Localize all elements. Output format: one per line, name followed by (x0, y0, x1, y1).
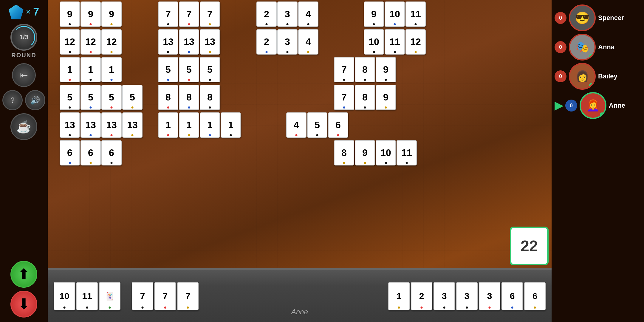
tile[interactable]: 9 (376, 57, 396, 82)
tile[interactable]: 9 (376, 85, 396, 110)
hand-tile[interactable]: 7 (132, 282, 153, 310)
tile[interactable]: 7 (200, 1, 220, 27)
score-tile[interactable]: 6 (524, 282, 546, 310)
sound-button[interactable]: 🔊 (25, 90, 45, 110)
tile[interactable]: 7 (334, 57, 354, 82)
tile[interactable]: 8 (334, 140, 354, 165)
tile[interactable]: 4 (298, 29, 318, 55)
tile[interactable]: 2 (256, 1, 277, 27)
tile[interactable]: 1 (60, 57, 80, 82)
tile[interactable]: 7 (158, 1, 178, 27)
tile[interactable]: 9 (60, 1, 80, 27)
gem-count: 7 (33, 6, 39, 18)
tile[interactable]: 5 (101, 85, 122, 110)
round-indicator: 1/3 ROUND (10, 24, 37, 59)
tile-set: 7 8 9 (334, 57, 396, 82)
hand-tile[interactable]: 7 (177, 282, 199, 310)
tile[interactable]: 5 (179, 57, 199, 82)
tile-set: 4 5 6 (286, 112, 348, 138)
score-tile[interactable]: 3 (456, 282, 478, 310)
tile[interactable]: 1 (80, 57, 101, 82)
tile[interactable]: 11 (397, 140, 417, 165)
tile[interactable]: 12 (405, 29, 426, 55)
tile[interactable]: 9 (355, 140, 375, 165)
tile[interactable]: 5 (200, 57, 220, 82)
tile[interactable]: 13 (122, 112, 143, 138)
tile-set: 13 13 13 13 (60, 112, 143, 138)
hand-tile-joker[interactable]: 🃏 (99, 282, 120, 310)
tile-set: 1 1 1 (60, 57, 122, 82)
player-entry-bailey: 0 👩 Bailey (552, 63, 644, 90)
tile[interactable]: 1 (158, 112, 178, 138)
tile[interactable]: 8 (355, 57, 375, 82)
tile[interactable]: 5 (307, 112, 327, 138)
score-tile[interactable]: 6 (501, 282, 523, 310)
tile[interactable]: 12 (60, 29, 80, 55)
tile[interactable]: 8 (158, 85, 178, 110)
tile[interactable]: 1 (101, 57, 122, 82)
score-tile[interactable]: 1 (388, 282, 410, 310)
tile[interactable]: 9 (101, 1, 122, 27)
up-button[interactable]: ⬆ (10, 261, 37, 288)
hand-tile[interactable]: 10 (54, 282, 75, 310)
tile[interactable]: 8 (179, 85, 199, 110)
tile[interactable]: 7 (334, 85, 354, 110)
hand-tile[interactable]: 7 (154, 282, 176, 310)
tile[interactable]: 5 (158, 57, 178, 82)
score-tile[interactable]: 2 (411, 282, 432, 310)
tile[interactable]: 10 (376, 140, 396, 165)
player-name-anne: Anne (609, 102, 625, 109)
ctrl-row: ? 🔊 (2, 90, 45, 110)
tile[interactable]: 5 (122, 85, 143, 110)
tile[interactable]: 10 (364, 29, 384, 55)
tile-set: 2 3 4 (256, 29, 318, 55)
tile-set: 10 11 12 (364, 29, 426, 55)
tile[interactable]: 7 (179, 1, 199, 27)
tile[interactable]: 5 (80, 85, 101, 110)
score-tile[interactable]: 3 (434, 282, 455, 310)
tile[interactable]: 1 (200, 112, 220, 138)
help-button[interactable]: ? (2, 90, 23, 110)
coffee-button[interactable]: ☕ (10, 113, 37, 140)
tile-set: 7 7 7 (158, 1, 220, 27)
tile[interactable]: 1 (221, 112, 241, 138)
exit-button[interactable]: ⇤ (12, 63, 36, 87)
tile[interactable]: 6 (101, 140, 122, 165)
tile[interactable]: 8 (200, 85, 220, 110)
tile[interactable]: 3 (277, 1, 298, 27)
score-tile[interactable]: 3 (479, 282, 500, 310)
tile[interactable]: 11 (405, 1, 426, 27)
tile[interactable]: 6 (80, 140, 101, 165)
tile-set: 12 12 12 (60, 29, 122, 55)
tile[interactable]: 3 (277, 29, 298, 55)
tile[interactable]: 13 (179, 29, 199, 55)
tile-set: 2 3 4 (256, 1, 318, 27)
current-player-arrow: ▶ (555, 99, 563, 112)
tile[interactable]: 8 (355, 85, 375, 110)
player-score-anne: 0 (565, 100, 577, 112)
player-entry-anne: ▶ 0 👩‍🦰 Anne (552, 92, 644, 119)
tile[interactable]: 5 (60, 85, 80, 110)
tile[interactable]: 4 (298, 1, 318, 27)
tile[interactable]: 13 (80, 112, 101, 138)
tile[interactable]: 1 (179, 112, 199, 138)
down-button[interactable]: ⬇ (10, 291, 37, 318)
tile[interactable]: 13 (60, 112, 80, 138)
tile[interactable]: 11 (385, 29, 405, 55)
tile[interactable]: 4 (286, 112, 306, 138)
tile[interactable]: 6 (328, 112, 348, 138)
tile[interactable]: 12 (80, 29, 101, 55)
player-avatar-bailey: 👩 (569, 63, 596, 90)
tile[interactable]: 13 (101, 112, 122, 138)
tile[interactable]: 10 (385, 1, 405, 27)
player-score-spencer: 0 (555, 12, 566, 24)
tile[interactable]: 9 (364, 1, 384, 27)
tile[interactable]: 9 (80, 1, 101, 27)
round-label: ROUND (11, 52, 36, 59)
tile[interactable]: 2 (256, 29, 277, 55)
hand-tile[interactable]: 11 (76, 282, 98, 310)
tile[interactable]: 13 (158, 29, 178, 55)
tile[interactable]: 12 (101, 29, 122, 55)
tile[interactable]: 13 (200, 29, 220, 55)
tile[interactable]: 6 (60, 140, 80, 165)
